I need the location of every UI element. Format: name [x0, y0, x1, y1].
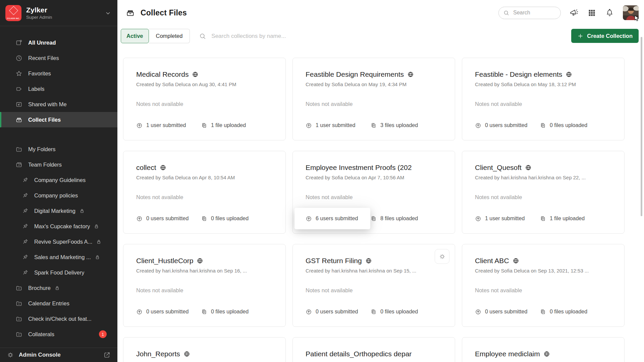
files-uploaded-stat-label: 1 file uploaded	[550, 216, 585, 222]
vertical-scrollbar[interactable]	[641, 37, 642, 216]
users-submitted-stat[interactable]: 1 user submitted	[306, 122, 370, 129]
sidebar-item-sales-and-marketing[interactable]: Sales and Marketing ...	[0, 249, 117, 265]
sidebar-item-label: Company policies	[34, 192, 78, 199]
collection-card-feastible-design-requirements[interactable]: Feastible Design RequirementsCreated by …	[292, 58, 455, 140]
files-uploaded-stat[interactable]: 0 files uploaded	[201, 216, 249, 222]
global-search-input[interactable]	[513, 9, 556, 16]
files-icon	[370, 216, 377, 222]
sidebar-item-label: Labels	[28, 86, 45, 92]
main-content: Collect Files	[117, 0, 644, 362]
sidebar-item-recent-files[interactable]: Recent Files	[0, 50, 117, 66]
users-submitted-stat[interactable]: 0 users submitted	[136, 309, 201, 315]
collection-card-patient-details-orthopedics-depar[interactable]: Patient details_Orthopedics depar	[292, 337, 455, 362]
tab-active[interactable]: Active	[121, 29, 149, 43]
sidebar-item-favorites[interactable]: Favorites	[0, 66, 117, 81]
collection-card-gst-return-filing[interactable]: GST Return FilingCreated by hari.krishna…	[292, 244, 455, 327]
sidebar-item-digital-marketing[interactable]: Digital Marketing	[0, 203, 117, 219]
files-uploaded-stat[interactable]: 3 files uploaded	[370, 122, 418, 129]
globe-icon	[525, 164, 532, 171]
globe-icon	[192, 71, 199, 78]
collection-card-medical-records[interactable]: Medical RecordsCreated by Sofia Deluca o…	[123, 58, 286, 140]
card-title-text: GST Return Filing	[306, 257, 362, 265]
imgfolder-icon	[15, 331, 22, 338]
files-uploaded-stat[interactable]: 1 file uploaded	[201, 122, 246, 129]
sidebar-item-max-s-cupcake-factory[interactable]: Max's Cupcake factory	[0, 219, 117, 234]
users-submitted-hover-chip[interactable]: 6 users submitted	[294, 208, 370, 229]
chevron-down-icon[interactable]	[105, 10, 111, 16]
nav-section-gap	[0, 127, 117, 141]
sidebar-item-shared-with-me[interactable]: Shared with Me	[0, 97, 117, 112]
collections-toolbar: Active Completed Create Collection	[117, 25, 644, 46]
files-uploaded-stat[interactable]: 0 files uploaded	[540, 309, 587, 315]
files-uploaded-stat[interactable]: 0 files uploaded	[370, 309, 418, 315]
sidebar-item-all-unread[interactable]: All Unread	[0, 35, 117, 50]
gear-icon	[7, 351, 14, 359]
collection-card-feastible-design-elements[interactable]: Feastible - Design elementsCreated by So…	[462, 58, 625, 140]
sidebar-item-label: Collaterals	[28, 331, 54, 338]
sidebar-item-team-folders[interactable]: Team Folders	[0, 157, 117, 172]
clock-icon	[15, 55, 22, 62]
users-submitted-stat-highlighted-label: 6 users submitted	[316, 216, 358, 222]
card-title: Client_HustleCorp	[136, 256, 275, 265]
users-submitted-stat[interactable]: 1 user submitted	[475, 216, 540, 222]
header-actions	[498, 5, 639, 20]
collection-card-collect[interactable]: collectCreated by Sofia Deluca on Apr 8,…	[123, 151, 286, 234]
files-uploaded-stat[interactable]: 0 files uploaded	[540, 122, 587, 129]
sidebar-item-check-in-check-out-feat[interactable]: Check in/Check out feat...	[0, 311, 117, 326]
sidebar-item-company-policies[interactable]: Company policies	[0, 188, 117, 203]
users-submitted-stat[interactable]: 0 users submitted	[475, 309, 540, 315]
sidebar-item-company-guidelines[interactable]: Company Guidelines	[0, 172, 117, 188]
users-submitted-stat[interactable]: 1 user submitted	[136, 122, 201, 129]
globe-icon	[407, 71, 414, 78]
external-link-icon[interactable]	[103, 351, 111, 359]
sidebar-item-revive-superfoods-a[interactable]: Revive SuperFoods A...	[0, 234, 117, 249]
sidebar-item-admin-console[interactable]: Admin Console	[0, 348, 117, 362]
sidebar-item-spark-food-delivery[interactable]: Spark Food Delivery	[0, 265, 117, 280]
apps-grid-icon[interactable]	[587, 8, 596, 17]
user-avatar[interactable]	[623, 5, 639, 20]
collection-card-client-abc[interactable]: Client ABCCreated by Sofia Deluca on Sep…	[462, 244, 625, 327]
card-notes: Notes not available	[136, 194, 275, 201]
sidebar-item-collect-files[interactable]: Collect Files	[0, 112, 117, 127]
sidebar-item-collaterals[interactable]: Collaterals1	[0, 326, 117, 342]
teamfolder-icon	[15, 161, 22, 168]
users-submitted-stat[interactable]: 0 users submitted	[136, 216, 201, 222]
card-title: Feastible - Design elements	[475, 70, 614, 79]
notifications-bell-icon[interactable]	[605, 8, 614, 17]
card-title-text: Client ABC	[475, 257, 509, 265]
files-uploaded-stat-label: 3 files uploaded	[380, 122, 418, 128]
global-search[interactable]	[498, 7, 561, 19]
collection-card-employee-mediclaim[interactable]: Employee mediclaim	[462, 337, 625, 362]
sidebar-item-brochure[interactable]: Brochure	[0, 280, 117, 296]
card-created-by: Created by hari.krishna hari.krishna on …	[136, 268, 275, 274]
collection-card-john-reports[interactable]: John_Reports	[123, 337, 286, 362]
collection-card-client-quesoft[interactable]: Client_QuesoftCreated by hari.krishna ha…	[462, 151, 625, 234]
announcements-icon[interactable]	[570, 8, 579, 17]
collections-grid: Medical RecordsCreated by Sofia Deluca o…	[123, 58, 625, 362]
card-stats: 0 users submitted0 files uploaded	[306, 307, 445, 316]
files-uploaded-stat[interactable]: 0 files uploaded	[201, 309, 249, 315]
files-uploaded-stat[interactable]: 1 file uploaded	[540, 216, 585, 222]
files-icon	[540, 216, 546, 222]
sidebar-item-labels[interactable]: Labels	[0, 81, 117, 97]
card-settings-button[interactable]	[435, 249, 449, 264]
users-submitted-stat[interactable]: 0 users submitted	[475, 122, 540, 129]
upcircle-icon	[306, 216, 312, 222]
users-submitted-stat[interactable]: 0 users submitted	[306, 309, 370, 315]
card-title: Patient details_Orthopedics depar	[306, 350, 445, 358]
collection-card-employee-investment-proofs-202[interactable]: Employee Investment Proofs (202Created b…	[292, 151, 455, 234]
sidebar-item-my-folders[interactable]: My Folders	[0, 141, 117, 157]
globe-icon	[160, 164, 166, 171]
collection-search-input[interactable]	[211, 33, 356, 40]
card-notes: Notes not available	[306, 287, 445, 294]
files-uploaded-stat-label: 1 file uploaded	[211, 122, 246, 128]
workspace-switcher[interactable]: ZYLKER INC. Zylker Super Admin	[0, 0, 117, 26]
zylker-logo: ZYLKER INC.	[5, 5, 21, 21]
sidebar-item-calendar-entries[interactable]: Calendar Entries	[0, 296, 117, 311]
tab-completed[interactable]: Completed	[149, 29, 190, 43]
create-collection-button[interactable]: Create Collection	[571, 29, 639, 43]
collection-search[interactable]	[199, 29, 356, 43]
files-uploaded-stat[interactable]: 8 files uploaded	[370, 216, 418, 222]
collection-card-client-hustlecorp[interactable]: Client_HustleCorpCreated by hari.krishna…	[123, 244, 286, 327]
card-title: Feastible Design Requirements	[306, 70, 445, 79]
